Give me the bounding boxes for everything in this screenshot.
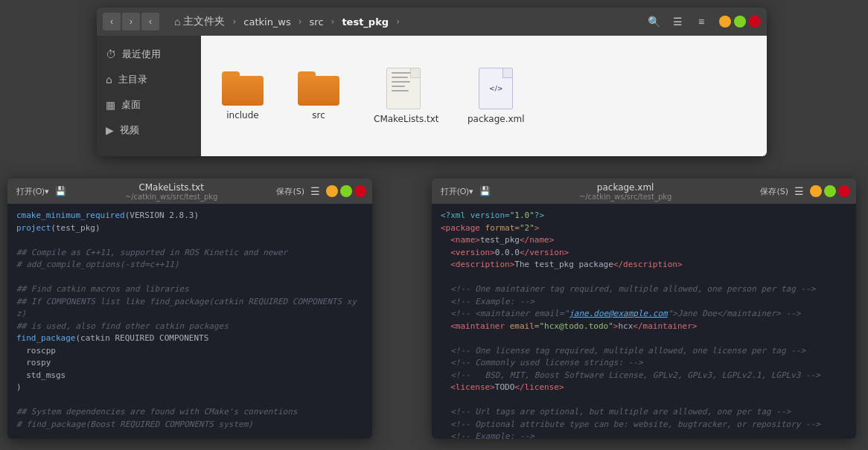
- pkg-code-area[interactable]: <?xml version="1.0"?> <package format="2…: [432, 204, 856, 439]
- xml-icon-text: </>: [489, 85, 502, 92]
- sep1: ›: [232, 16, 236, 27]
- sidebar-recent-label: 最近使用: [122, 48, 161, 61]
- history-button[interactable]: ‹: [141, 13, 159, 30]
- packagexml-label: package.xml: [467, 114, 525, 124]
- titlebar-actions: 🔍 ☰ ≡: [643, 11, 712, 32]
- src-label: src: [312, 110, 325, 120]
- cmake-label: CMakeLists.txt: [374, 114, 433, 124]
- home-label: 主文件夹: [183, 15, 225, 28]
- pkg-title-group: package.xml ~/catkin_ws/src/test_pkg: [494, 182, 758, 201]
- pkg-open-button[interactable]: 打开(O)▾: [438, 184, 476, 199]
- sidebar-item-recent[interactable]: ⏱ 最近使用: [97, 42, 201, 67]
- home-button[interactable]: ⌂ 主文件夹: [170, 12, 229, 31]
- breadcrumb-testpkg[interactable]: test_pkg: [337, 14, 393, 30]
- fm-sidebar: ⏱ 最近使用 ⌂ 主目录 ▦ 桌面 ▶ 视频: [97, 36, 201, 156]
- file-item-src[interactable]: src: [292, 65, 345, 126]
- file-item-cmake[interactable]: CMakeLists.txt: [368, 62, 439, 130]
- folder-icon-include: [222, 71, 264, 106]
- pkg-editor-window: 打开(O)▾ 💾 package.xml ~/catkin_ws/src/tes…: [432, 179, 856, 439]
- pkg-minimize[interactable]: [810, 185, 822, 197]
- file-item-include[interactable]: include: [216, 65, 269, 126]
- cmake-save-label[interactable]: 保存(S): [276, 186, 304, 197]
- folder-body: [222, 76, 264, 106]
- maximize-button[interactable]: [734, 16, 746, 28]
- pkg-window-controls: [810, 185, 850, 197]
- view-toggle-button[interactable]: ☰: [667, 11, 688, 32]
- pkg-save-icon: 💾: [479, 186, 491, 196]
- xml-file-icon: </>: [479, 68, 513, 109]
- pkg-save-label[interactable]: 保存(S): [760, 186, 788, 197]
- breadcrumb-src[interactable]: src: [305, 14, 328, 30]
- minimize-button[interactable]: [719, 16, 731, 28]
- sidebar-videos-label: 视频: [120, 123, 139, 137]
- cmake-subtitle: ~/catkin_ws/src/test_pkg: [69, 193, 274, 201]
- sidebar-item-videos[interactable]: ▶ 视频: [97, 118, 201, 143]
- search-button[interactable]: 🔍: [643, 11, 664, 32]
- file-manager-titlebar: ‹ › ‹ ⌂ 主文件夹 › catkin_ws › src › test_pk…: [97, 7, 767, 36]
- recent-icon: ⏱: [106, 48, 116, 60]
- cmake-titlebar: 打开(O)▾ 💾 CMakeLists.txt ~/catkin_ws/src/…: [7, 179, 372, 204]
- fm-content: ⏱ 最近使用 ⌂ 主目录 ▦ 桌面 ▶ 视频: [97, 36, 767, 156]
- videos-icon: ▶: [106, 124, 114, 136]
- cmake-minimize[interactable]: [326, 185, 338, 197]
- pkg-editor-body[interactable]: <?xml version="1.0"?> <package format="2…: [432, 204, 856, 439]
- sidebar-item-home[interactable]: ⌂ 主目录: [97, 67, 201, 92]
- menu-button[interactable]: ≡: [691, 11, 712, 32]
- include-label: include: [226, 110, 258, 120]
- cmake-editor-window: 打开(O)▾ 💾 CMakeLists.txt ~/catkin_ws/src/…: [7, 179, 372, 439]
- breadcrumb-area: ⌂ 主文件夹 › catkin_ws › src › test_pkg ›: [164, 12, 639, 31]
- window-controls: [719, 16, 761, 28]
- cmake-editor-body[interactable]: cmake_minimum_required(VERSION 2.8.3) pr…: [7, 204, 372, 439]
- folder-icon-src: [298, 71, 339, 106]
- sidebar-desktop-label: 桌面: [121, 98, 141, 112]
- nav-buttons: ‹ › ‹: [103, 13, 159, 30]
- desktop-icon: ▦: [106, 99, 115, 111]
- cmake-code-area[interactable]: cmake_minimum_required(VERSION 2.8.3) pr…: [7, 204, 372, 439]
- pkg-close[interactable]: [838, 185, 850, 197]
- cmake-save-icon: 💾: [55, 186, 66, 196]
- close-button[interactable]: [749, 16, 761, 28]
- cmake-window-controls: [326, 185, 366, 197]
- sep4: ›: [396, 16, 400, 27]
- pkg-title: package.xml: [494, 182, 758, 193]
- breadcrumb-catkin[interactable]: catkin_ws: [239, 14, 296, 30]
- cmake-menu-button[interactable]: ☰: [307, 184, 323, 199]
- sep3: ›: [331, 16, 335, 27]
- back-button[interactable]: ‹: [103, 13, 121, 30]
- sep2: ›: [299, 16, 302, 27]
- pkg-menu-button[interactable]: ☰: [791, 184, 807, 199]
- forward-button[interactable]: ›: [122, 13, 140, 30]
- cmake-open-button[interactable]: 打开(O)▾: [13, 184, 52, 199]
- pkg-maximize[interactable]: [824, 185, 836, 197]
- cmake-title-group: CMakeLists.txt ~/catkin_ws/src/test_pkg: [69, 182, 274, 201]
- pkg-titlebar: 打开(O)▾ 💾 package.xml ~/catkin_ws/src/tes…: [432, 179, 856, 204]
- cmake-file-icon: [386, 68, 421, 109]
- fm-main-area: include src CMakeLists.txt: [201, 36, 767, 156]
- sidebar-item-desktop[interactable]: ▦ 桌面: [97, 92, 201, 118]
- folder-body-src: [298, 76, 339, 106]
- cmake-title: CMakeLists.txt: [69, 182, 274, 193]
- home-dir-icon: ⌂: [106, 74, 112, 86]
- cmake-close[interactable]: [354, 185, 366, 197]
- file-manager-window: ‹ › ‹ ⌂ 主文件夹 › catkin_ws › src › test_pk…: [97, 7, 767, 156]
- sidebar-home-label: 主目录: [118, 73, 147, 86]
- pkg-subtitle: ~/catkin_ws/src/test_pkg: [494, 193, 758, 201]
- home-icon: ⌂: [174, 16, 180, 28]
- file-item-packagexml[interactable]: </> package.xml: [462, 62, 531, 130]
- cmake-maximize[interactable]: [340, 185, 352, 197]
